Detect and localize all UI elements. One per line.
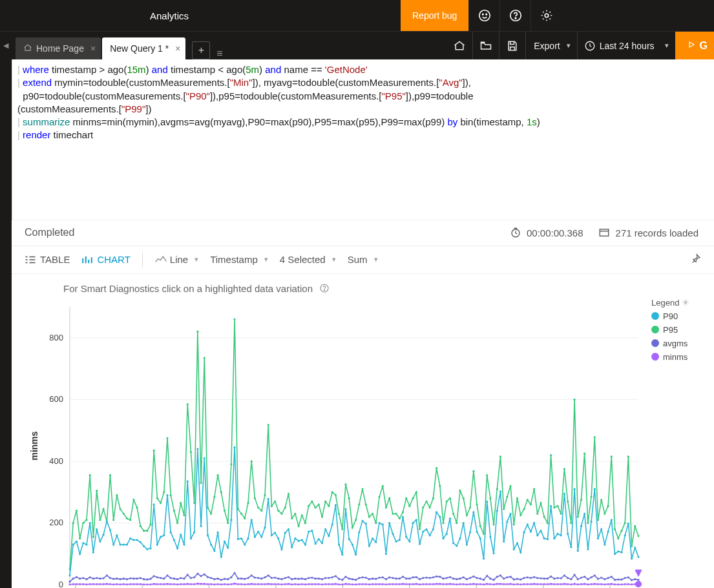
svg-point-421: [196, 572, 198, 574]
svg-point-283: [304, 543, 306, 545]
export-button[interactable]: Export ▾: [525, 32, 576, 60]
legend-item-P90[interactable]: P90: [651, 311, 689, 321]
svg-point-529: [560, 577, 562, 579]
svg-point-420: [193, 576, 195, 578]
save-button[interactable]: [499, 32, 525, 60]
svg-point-539: [594, 574, 596, 576]
svg-point-413: [170, 576, 172, 578]
run-query-button[interactable]: G: [675, 32, 714, 60]
smart-diagnostics-hint: For Smart Diagnostics click on a highlig…: [63, 283, 701, 294]
svg-point-308: [388, 521, 390, 523]
aggregation-dropdown[interactable]: Sum▾: [348, 254, 378, 265]
report-bug-button[interactable]: Report bug: [401, 0, 468, 31]
svg-point-165: [479, 525, 481, 527]
svg-point-73: [170, 494, 172, 496]
svg-point-233: [136, 539, 138, 541]
svg-point-232: [132, 539, 134, 541]
svg-point-677: [486, 583, 488, 585]
svg-point-279: [291, 546, 293, 548]
svg-point-632: [335, 583, 337, 585]
series-dropdown[interactable]: 4 Selected▾: [280, 254, 336, 265]
svg-point-442: [268, 574, 269, 576]
legend-title[interactable]: Legend: [651, 298, 689, 308]
legend-item-avgms[interactable]: avgms: [651, 339, 689, 348]
svg-point-125: [344, 483, 346, 485]
svg-point-280: [294, 537, 296, 539]
svg-point-47: [82, 521, 84, 523]
svg-rect-8: [600, 229, 609, 236]
svg-point-220: [92, 551, 94, 553]
svg-point-667: [452, 583, 454, 585]
svg-point-209: [627, 456, 629, 457]
svg-point-645: [379, 583, 381, 585]
svg-point-236: [146, 548, 148, 550]
svg-point-74: [173, 509, 175, 511]
svg-point-330: [463, 521, 465, 523]
svg-point-183: [540, 501, 541, 503]
svg-point-369: [594, 488, 596, 490]
svg-point-64: [140, 525, 142, 527]
svg-point-488: [422, 576, 424, 578]
legend-item-P95[interactable]: P95: [651, 325, 689, 335]
svg-point-672: [469, 583, 471, 585]
svg-point-295: [344, 508, 346, 510]
open-button[interactable]: [472, 32, 499, 60]
svg-point-725: [685, 302, 687, 304]
svg-point-681: [499, 583, 501, 585]
tab-menu-icon[interactable]: ≡: [216, 48, 222, 59]
svg-point-659: [425, 583, 427, 585]
query-editor[interactable]: | where timestamp > ago(15m) and timesta…: [12, 59, 714, 220]
svg-point-537: [587, 578, 589, 580]
svg-point-647: [385, 583, 387, 585]
svg-point-57: [116, 494, 118, 496]
help-icon[interactable]: [319, 283, 330, 293]
legend-item-minms[interactable]: minms: [651, 352, 689, 362]
svg-point-271: [264, 527, 266, 529]
svg-point-207: [620, 529, 622, 531]
svg-point-373: [607, 530, 609, 532]
smiley-icon[interactable]: [468, 0, 499, 31]
svg-point-203: [607, 505, 609, 507]
tab-new-query[interactable]: New Query 1 * ×: [102, 37, 185, 59]
close-icon[interactable]: ×: [175, 43, 180, 54]
close-icon[interactable]: ×: [90, 43, 96, 54]
svg-point-585: [176, 583, 178, 585]
line-chart[interactable]: 020040060080004:51:3004:52:0004:52:3004:…: [25, 294, 645, 589]
view-table-button[interactable]: TABLE: [25, 254, 70, 265]
gear-icon[interactable]: [530, 0, 562, 31]
time-range-button[interactable]: Last 24 hours ▾: [577, 32, 675, 60]
chart-type-dropdown[interactable]: Line▾: [154, 254, 198, 265]
svg-point-123: [338, 512, 340, 514]
view-chart-button[interactable]: CHART: [81, 254, 130, 265]
tab-home[interactable]: Home Page ×: [16, 37, 101, 59]
svg-point-394: [106, 574, 108, 576]
svg-point-606: [247, 583, 249, 585]
x-axis-dropdown[interactable]: Timestamp▾: [210, 254, 268, 265]
svg-point-260: [227, 547, 229, 549]
svg-point-399: [123, 577, 125, 579]
svg-point-555: [76, 583, 78, 585]
svg-point-700: [563, 583, 565, 585]
svg-point-99: [257, 507, 259, 509]
add-tab-button[interactable]: +: [192, 41, 210, 59]
pin-icon[interactable]: [691, 253, 701, 266]
svg-point-698: [556, 583, 558, 585]
svg-point-101: [264, 494, 266, 496]
home-button[interactable]: [446, 32, 472, 60]
svg-point-248: [187, 480, 189, 482]
svg-point-108: [288, 492, 289, 494]
svg-point-419: [190, 576, 192, 578]
svg-point-540: [597, 578, 599, 580]
svg-point-509: [493, 578, 495, 580]
svg-point-323: [439, 516, 441, 518]
svg-point-611: [264, 583, 266, 585]
svg-point-154: [442, 521, 444, 523]
svg-point-590: [193, 583, 195, 585]
collapse-left-icon[interactable]: ◀: [0, 32, 12, 59]
svg-point-582: [166, 583, 168, 585]
svg-point-583: [170, 583, 172, 585]
svg-point-408: [153, 575, 155, 577]
help-icon[interactable]: [499, 0, 530, 31]
svg-point-557: [82, 583, 84, 585]
svg-point-244: [173, 539, 175, 541]
